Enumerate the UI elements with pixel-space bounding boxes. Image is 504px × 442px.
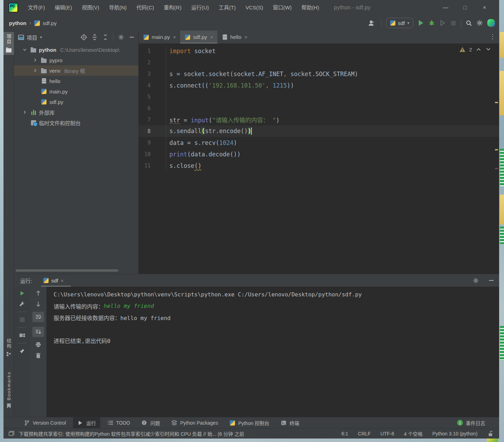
breadcrumb-project[interactable]: python xyxy=(9,20,26,26)
menu-item-10[interactable]: 帮助(H) xyxy=(297,0,324,15)
menu-item-0[interactable]: 文件(F) xyxy=(23,0,50,15)
tool-window-button-Python 控制台[interactable]: Python 控制台 xyxy=(225,417,273,428)
search-everywhere-icon[interactable] xyxy=(466,20,472,26)
close-button[interactable]: × xyxy=(475,0,494,15)
maximize-button[interactable]: □ xyxy=(455,0,475,15)
menu-item-9[interactable]: 窗口(W) xyxy=(268,0,296,15)
code-line-10[interactable]: 10print(data.decode()) xyxy=(139,148,499,160)
more-tabs-icon[interactable]: ⋮ xyxy=(489,33,496,40)
tree-item-临时文件和控制台[interactable]: 临时文件和控制台 xyxy=(14,117,138,128)
clear-console-trash-icon[interactable] xyxy=(35,352,41,359)
menu-item-4[interactable]: 代码(C) xyxy=(131,0,159,15)
editor-tab-sdf.py[interactable]: sdf.py× xyxy=(180,31,217,43)
pin-tab-icon[interactable] xyxy=(19,348,25,354)
tool-window-button-运行[interactable]: 运行 xyxy=(73,417,100,428)
restore-layout-icon[interactable] xyxy=(19,332,25,338)
run-with-coverage-icon[interactable] xyxy=(439,20,446,26)
interpreter[interactable]: Python 3.10 (python) xyxy=(432,431,478,436)
code-line-3[interactable]: 3s = socket.socket(socket.AF_INET, socke… xyxy=(139,68,499,80)
caret-position[interactable]: 6:1 xyxy=(342,431,348,436)
hide-panel-icon[interactable] xyxy=(129,34,135,40)
editor-tab-main.py[interactable]: main.py× xyxy=(139,31,180,43)
hide-run-panel-icon[interactable] xyxy=(488,277,494,284)
tree-item-hello[interactable]: hello xyxy=(14,76,138,86)
code-line-4[interactable]: 4s.connect(('192.168.101.50', 1215)) xyxy=(139,80,499,91)
tree-item-python[interactable]: pythonC:\Users\lenovo\Desktop\ xyxy=(14,44,138,55)
run-button[interactable] xyxy=(418,20,424,26)
horizontal-scrollbar[interactable] xyxy=(16,269,118,272)
menu-item-7[interactable]: 工具(T) xyxy=(214,0,240,15)
breadcrumb-file[interactable]: sdf.py xyxy=(43,20,57,26)
layout-icon[interactable] xyxy=(8,431,15,437)
menu-item-6[interactable]: 运行(U) xyxy=(186,0,214,15)
close-icon[interactable]: × xyxy=(245,34,248,40)
project-view-select[interactable]: 项目 ▾ xyxy=(18,34,42,41)
code-line-7[interactable]: 7str = input("请输入传输的内容： ") xyxy=(139,114,499,125)
print-icon[interactable] xyxy=(35,342,41,348)
menu-item-8[interactable]: VCS(S) xyxy=(241,0,268,15)
tool-button-bookmarks[interactable]: Bookmarks xyxy=(3,369,14,411)
menu-item-5[interactable]: 重构(R) xyxy=(159,0,186,15)
code-line-1[interactable]: 1import socket xyxy=(139,45,499,57)
scroll-to-end-toggle[interactable] xyxy=(32,327,44,337)
inspection-widget[interactable]: 2 xyxy=(459,46,491,52)
soft-wrap-toggle[interactable] xyxy=(32,312,44,322)
tool-button-structure[interactable]: 结构 xyxy=(3,336,14,359)
wrench-icon[interactable] xyxy=(19,301,25,307)
settings-gear-icon[interactable] xyxy=(477,20,483,26)
down-stack-trace-icon[interactable] xyxy=(35,301,41,307)
menu-item-2[interactable]: 视图(V) xyxy=(77,0,104,15)
expand-all-icon[interactable] xyxy=(91,34,98,40)
tool-window-button-Version Control[interactable]: Version Control xyxy=(19,417,70,428)
tool-window-button-Python Packages[interactable]: Python Packages xyxy=(167,417,222,428)
collapse-all-icon[interactable] xyxy=(102,34,109,40)
editor-tab-hello[interactable]: hello× xyxy=(217,31,251,43)
next-warning-icon[interactable] xyxy=(485,46,491,52)
tool-window-button-TODO[interactable]: TODO xyxy=(103,417,134,428)
tree-item-pypro[interactable]: pypro xyxy=(14,55,138,65)
run-tab-sdf[interactable]: sdf × xyxy=(43,274,64,287)
run-console-output[interactable]: C:\Users\lenovo\Desktop\python\venv\Scri… xyxy=(46,287,499,417)
minimize-button[interactable]: — xyxy=(436,0,455,15)
tool-window-button-label: 运行 xyxy=(86,419,96,426)
stop-button[interactable] xyxy=(450,20,456,26)
editor-body[interactable]: 2 1import socket23s = socket.socket(sock… xyxy=(139,43,499,274)
prev-warning-icon[interactable] xyxy=(475,46,482,52)
sphere-logo-icon[interactable] xyxy=(487,19,495,27)
error-stripe[interactable] xyxy=(494,43,499,274)
code-line-8[interactable]: 8s.sendall(str.encode()) xyxy=(139,125,499,137)
code-line-6[interactable]: 6 xyxy=(139,103,499,114)
code-line-11[interactable]: 11s.close() xyxy=(139,160,499,171)
tool-window-button-问题[interactable]: 问题 xyxy=(137,417,164,428)
status-message[interactable]: 下载预构建共享索引: 使用预构建的Python 软件包共享索引减少索引时间和 C… xyxy=(19,430,244,437)
run-panel-settings-gear-icon[interactable] xyxy=(473,277,479,284)
run-configuration-select[interactable]: sdf ▾ xyxy=(386,18,413,28)
user-icon[interactable] xyxy=(368,20,377,26)
debug-button[interactable] xyxy=(429,20,435,26)
line-separator[interactable]: CRLF xyxy=(358,431,371,436)
tool-button-project[interactable]: 项目 xyxy=(3,32,14,55)
close-icon[interactable]: × xyxy=(210,34,213,40)
tree-item-main.py[interactable]: main.py xyxy=(14,86,138,97)
file-encoding[interactable]: UTF-8 xyxy=(381,431,394,436)
menu-item-1[interactable]: 编辑(E) xyxy=(50,0,77,15)
close-icon[interactable]: × xyxy=(173,34,176,40)
up-stack-trace-icon[interactable] xyxy=(35,290,41,296)
indent-style[interactable]: 4 个空格 xyxy=(404,430,423,437)
code-line-9[interactable]: 9data = s.recv(1024) xyxy=(139,137,499,148)
event-log-button[interactable]: 1 事件日志 xyxy=(457,419,485,426)
tree-item-venv[interactable]: venvlibrary 根 xyxy=(14,65,138,76)
tree-item-sdf.py[interactable]: sdf.py xyxy=(14,97,138,107)
panel-settings-gear-icon[interactable] xyxy=(118,34,124,40)
unlock-icon[interactable] xyxy=(487,431,494,437)
tool-window-button-终端[interactable]: 终端 xyxy=(276,417,303,428)
code-line-2[interactable]: 2 xyxy=(139,57,499,68)
stop-process-button[interactable] xyxy=(19,317,25,323)
tree-item-外部库[interactable]: 外部库 xyxy=(14,107,138,117)
locate-file-icon[interactable] xyxy=(81,34,87,40)
code-line-5[interactable]: 5 xyxy=(139,91,499,103)
rerun-button[interactable] xyxy=(19,290,25,296)
menu-item-3[interactable]: 导航(N) xyxy=(104,0,131,15)
pycharm-logo-icon: PC xyxy=(8,3,18,13)
close-icon[interactable]: × xyxy=(61,278,64,284)
